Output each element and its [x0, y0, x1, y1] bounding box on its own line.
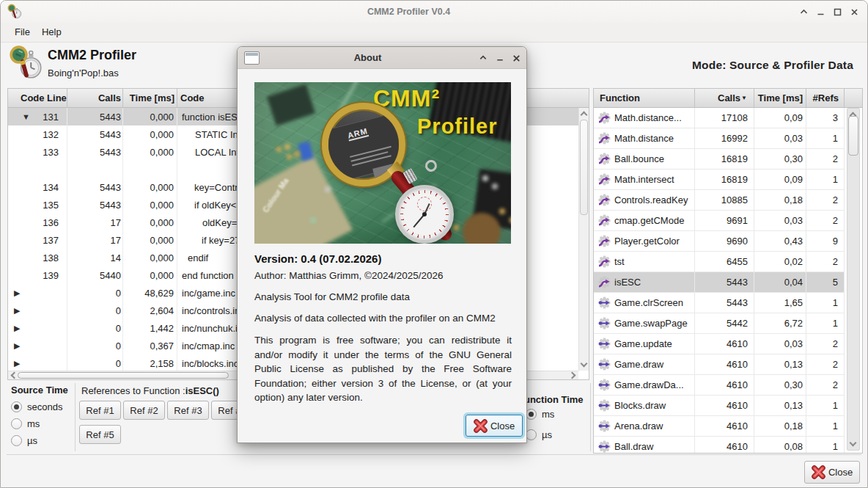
cell-calls: 5443	[67, 108, 123, 125]
expand-icon[interactable]: ▶	[14, 319, 20, 337]
dialog-close-button[interactable]: Close	[466, 415, 523, 437]
function-row[interactable]: Blocks.draw46100,131	[594, 396, 845, 416]
col-fn-time[interactable]: Time [ms]	[754, 89, 806, 107]
cell-time: 0,000	[123, 196, 177, 214]
fn-scroll-down-icon[interactable]	[850, 440, 857, 447]
cell-calls: 5443	[67, 196, 123, 214]
menu-file[interactable]: File	[9, 23, 36, 42]
col-fn-refs[interactable]: #Refs	[806, 89, 845, 107]
function-row[interactable]: Math.distance169920,031	[594, 128, 845, 149]
function-row[interactable]: Player.getColor96900,439	[594, 231, 845, 252]
close-button[interactable]: Close	[804, 461, 860, 484]
cell-code-line: 136	[8, 217, 67, 228]
function-row[interactable]: Game.drawDa...46100,302	[594, 375, 845, 396]
col-time[interactable]: Time [ms]	[123, 89, 177, 107]
cell-time: 0,000	[123, 108, 177, 125]
function-time-radio-ms[interactable]	[526, 409, 537, 420]
cell-calls: 0	[67, 319, 123, 337]
source-time-label: Source Time	[11, 385, 68, 396]
function-time-label-ms: ms	[542, 409, 554, 420]
cell-fn-refs: 1	[806, 128, 845, 148]
cell-fn-time: 0,18	[754, 190, 806, 210]
function-row[interactable]: tst64550,022	[594, 252, 845, 272]
collapse-icon[interactable]: ▼	[22, 108, 30, 125]
function-vscrollbar[interactable]	[847, 108, 860, 451]
minimize-button[interactable]	[812, 3, 829, 21]
ref-button-5[interactable]: Ref #5	[79, 425, 121, 444]
expand-icon[interactable]: ▶	[14, 302, 20, 319]
cell-fn-time: 0,43	[754, 231, 806, 251]
cell-fn-calls: 5443	[695, 293, 754, 313]
cell-function-name: cmap.getCMode	[614, 215, 684, 226]
scroll-left-icon[interactable]	[11, 372, 18, 379]
function-row[interactable]: cmap.getCMode96910,032	[594, 211, 845, 231]
cell-fn-refs: 1	[806, 170, 845, 189]
cell-fn-time: 0,03	[754, 334, 806, 354]
col-calls[interactable]: Calls	[67, 89, 123, 107]
close-window-button[interactable]	[846, 3, 863, 21]
col-function[interactable]: Function	[594, 89, 695, 107]
function-row[interactable]: Game.draw46100,132	[594, 354, 845, 375]
dialog-minimize-button[interactable]	[491, 49, 508, 67]
fn-scroll-thumb[interactable]	[848, 116, 858, 156]
cell-time: 0,000	[123, 143, 177, 161]
function-icon	[598, 235, 611, 247]
ref-button-3[interactable]: Ref #3	[167, 401, 209, 420]
function-table: Function Calls▼ Time [ms] #Refs Math.dis…	[593, 88, 863, 454]
cell-function-name: Controls.readKey	[614, 194, 688, 205]
function-icon	[598, 276, 611, 288]
function-time-radio-µs[interactable]	[526, 429, 537, 440]
function-row[interactable]: Math.distance...171080,093	[594, 108, 845, 128]
function-row[interactable]: Math.intersect168190,091	[594, 170, 845, 190]
function-row[interactable]: Game.swapPage54426,721	[594, 313, 845, 334]
function-row[interactable]: isESC54430,045	[594, 272, 845, 293]
col-fn-calls[interactable]: Calls▼	[695, 89, 754, 107]
cell-fn-calls: 4610	[695, 334, 754, 354]
menu-help[interactable]: Help	[36, 23, 67, 42]
cell-time: 0,000	[123, 125, 177, 143]
function-row[interactable]: Arena.draw46100,181	[594, 416, 845, 437]
cell-time: 0,000	[123, 231, 177, 249]
function-icon	[598, 194, 611, 206]
ref-button-1[interactable]: Ref #1	[79, 401, 121, 420]
cell-function-name: Math.intersect	[614, 174, 674, 185]
function-row[interactable]: Controls.readKey108850,182	[594, 190, 845, 211]
function-row[interactable]: Ball.bounce168190,302	[594, 149, 845, 170]
sub-icon	[598, 440, 611, 453]
cell-fn-calls: 16992	[695, 128, 754, 148]
scroll-up-icon[interactable]	[581, 112, 588, 119]
source-time-radio-seconds[interactable]	[11, 401, 22, 412]
scroll-down-icon[interactable]	[581, 360, 588, 368]
maximize-button[interactable]	[829, 3, 846, 21]
dialog-close-button-x[interactable]	[508, 49, 525, 67]
cell-time: 2,604	[123, 302, 177, 319]
function-row[interactable]: Game.clrScreen54431,651	[594, 293, 845, 313]
expand-icon[interactable]: ▶	[14, 284, 20, 302]
expand-icon[interactable]: ▶	[14, 337, 20, 354]
source-time-radio-ms[interactable]	[11, 418, 22, 429]
cell-function-name: Player.getColor	[614, 236, 680, 247]
cell-function-name: Game.draw	[614, 359, 663, 370]
source-time-radio-µs[interactable]	[11, 435, 22, 446]
source-vscrollbar[interactable]	[578, 108, 589, 371]
dialog-author: Author: Matthias Grimm, ©2024/2025/2026	[254, 270, 444, 281]
bottom-divider	[7, 454, 861, 455]
vscroll-thumb[interactable]	[580, 120, 588, 215]
titlebar: CMM2 Profiler V0.4	[1, 1, 867, 23]
scroll-right-icon[interactable]	[569, 372, 576, 379]
dialog-shade-button[interactable]	[474, 49, 491, 67]
function-row[interactable]: Game.update46100,032	[594, 334, 845, 354]
function-icon	[598, 255, 611, 268]
function-row[interactable]: Ball.draw46100,081	[594, 437, 845, 453]
cell-fn-refs: 1	[806, 416, 845, 436]
hscroll-thumb[interactable]	[18, 372, 229, 379]
cell-fn-calls: 10885	[695, 190, 754, 210]
image-subtitle: Profiler	[417, 114, 498, 139]
sort-desc-icon: ▼	[741, 95, 747, 101]
ref-button-2[interactable]: Ref #2	[123, 401, 165, 420]
expand-icon[interactable]: ▶	[14, 354, 20, 371]
shade-button[interactable]	[795, 3, 812, 21]
about-dialog: About	[237, 46, 527, 443]
function-icon	[598, 132, 611, 145]
col-code-line[interactable]: Code Line	[8, 89, 67, 107]
